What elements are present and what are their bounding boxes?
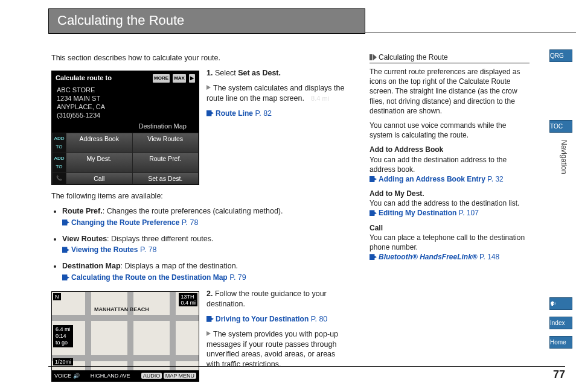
fig1-dest-map-label: Destination Map — [139, 122, 187, 130]
list-item: View Routes: Displays three different ro… — [62, 234, 347, 256]
tab-home[interactable]: Home — [549, 336, 572, 349]
page-title: Calculating the Route — [48, 8, 365, 34]
sidebar-item: Call You can place a telephone call to t… — [370, 223, 530, 262]
sidebar-column: Calculating the Route The current route … — [370, 53, 530, 267]
xref-link[interactable]: Calculating the Route on the Destination… — [62, 273, 347, 283]
sidebar-item: Add to My Dest. You can add the address … — [370, 189, 530, 218]
tab-voice[interactable]: 🗣 — [549, 297, 572, 310]
section-label-navigation: Navigation — [560, 140, 568, 174]
step1-block: Calculate route to MORE MAX ▶ ABC STORE … — [51, 68, 347, 191]
available-intro: The following items are available: — [51, 191, 347, 201]
tab-index[interactable]: Index — [549, 317, 572, 329]
page-number: 77 — [553, 368, 565, 381]
sidebar-title: Calculating the Route — [370, 53, 530, 63]
intro-text: This section describes how to calculate … — [51, 53, 347, 63]
calculate-route-screenshot: Calculate route to MORE MAX ▶ ABC STORE … — [51, 71, 199, 185]
footer-rule — [48, 366, 565, 367]
sidebar-paragraph: You cannot use voice commands while the … — [370, 121, 530, 140]
header-rule — [365, 33, 576, 33]
list-item: Route Pref.: Changes the route preferenc… — [62, 206, 347, 228]
fig1-button-grid: ADD TOAddress BookView Routes ADD TOMy D… — [52, 133, 199, 185]
sidebar-paragraph: The current route preferences are displa… — [370, 67, 530, 116]
fig1-title: Calculate route to — [56, 74, 112, 82]
xref-link[interactable]: Changing the Route Preference P. 78 — [62, 218, 347, 228]
page-header: Calculating the Route — [0, 8, 576, 34]
xref-link[interactable]: Adding an Address Book Entry P. 32 — [370, 175, 504, 183]
available-items-list: Route Pref.: Changes the route preferenc… — [51, 206, 347, 283]
fig1-titlebar-icons: MORE MAX ▶ — [152, 73, 195, 83]
xref-link[interactable]: Bluetooth® HandsFreeLink® P. 148 — [370, 253, 499, 261]
xref-link[interactable]: Viewing the Routes P. 78 — [62, 245, 347, 255]
main-column: This section describes how to calculate … — [51, 53, 347, 385]
xref-link[interactable]: Editing My Destination P. 107 — [370, 209, 479, 217]
note-icon — [370, 54, 377, 60]
fig1-address: ABC STORE 1234 MAIN ST ANYPLACE, CA (310… — [52, 84, 199, 122]
sidebar-item: Add to Address Book You can add the dest… — [370, 145, 530, 184]
step2-block: N 13TH0.4 mi 6.4 mi 0:14 to go 1/20mi MA… — [51, 289, 347, 385]
list-item: Destination Map: Displays a map of the d… — [62, 261, 347, 283]
tab-toc[interactable]: TOC — [549, 120, 572, 133]
fig1-distance: 8.4 mi — [311, 94, 329, 103]
tab-qrg[interactable]: QRG — [549, 49, 572, 62]
map-screenshot: N 13TH0.4 mi 6.4 mi 0:14 to go 1/20mi MA… — [51, 291, 199, 382]
